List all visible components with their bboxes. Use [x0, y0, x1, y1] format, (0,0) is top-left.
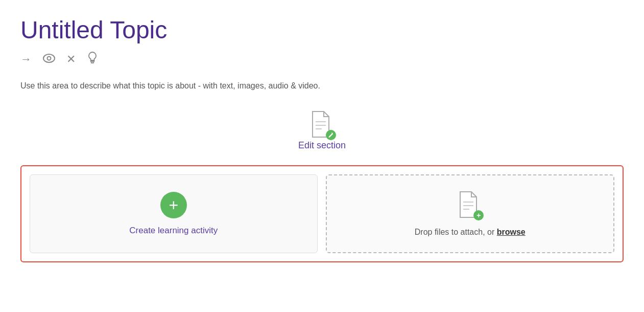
page-title: Untitled Topic: [20, 15, 624, 45]
close-icon[interactable]: ✕: [66, 53, 76, 66]
svg-point-1: [47, 56, 51, 60]
drop-files-label: Drop files to attach, or browse: [415, 228, 526, 237]
bottom-section: + Create learning activity + Drop files …: [20, 165, 624, 262]
drop-files-panel[interactable]: + Drop files to attach, or browse: [326, 174, 615, 253]
file-plus-badge: +: [473, 210, 484, 220]
toolbar: → ✕: [20, 51, 624, 68]
edit-section-icon: [309, 110, 335, 140]
edit-badge: [326, 130, 336, 140]
description-text: Use this area to describe what this topi…: [20, 80, 624, 92]
browse-link[interactable]: browse: [497, 228, 526, 236]
lightbulb-icon[interactable]: [87, 51, 98, 68]
eye-icon[interactable]: [43, 53, 55, 66]
svg-rect-2: [91, 61, 94, 62]
arrow-right-icon[interactable]: →: [20, 53, 32, 66]
green-plus-circle: +: [160, 192, 187, 218]
edit-section-label[interactable]: Edit section: [298, 140, 346, 151]
edit-section-container[interactable]: Edit section: [20, 110, 624, 151]
create-activity-label: Create learning activity: [129, 226, 218, 236]
file-upload-icon: +: [457, 191, 483, 220]
create-activity-panel[interactable]: + Create learning activity: [30, 174, 318, 253]
svg-rect-3: [91, 62, 94, 63]
svg-point-0: [43, 54, 55, 62]
